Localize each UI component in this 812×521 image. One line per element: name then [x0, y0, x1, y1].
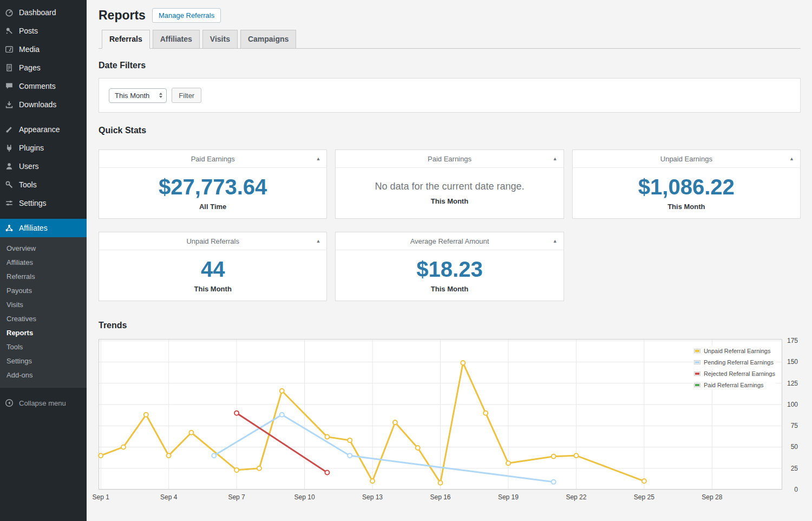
- collapse-panel-icon[interactable]: [553, 239, 558, 244]
- legend-color-swatch-icon: [694, 372, 700, 376]
- main-content: Reports Manage Referrals Referrals Affil…: [87, 0, 812, 521]
- date-filter-panel: This Month Filter: [99, 78, 801, 113]
- sidebar-item-downloads[interactable]: Downloads: [0, 95, 87, 114]
- download-icon: [4, 100, 14, 109]
- menu-separator: [0, 212, 87, 219]
- sliders-icon: [4, 198, 14, 208]
- stat-caption: This Month: [194, 285, 232, 293]
- stat-card-body: $1,086.22 This Month: [573, 168, 800, 218]
- chart-legend: Unpaid Referral EarningsPending Referral…: [693, 346, 776, 390]
- sidebar-item-dashboard[interactable]: Dashboard: [0, 3, 87, 22]
- stat-card-title: Unpaid Earnings: [660, 155, 712, 163]
- sidebar-item-label: Comments: [19, 81, 56, 91]
- sidebar-item-media[interactable]: Media: [0, 40, 87, 58]
- collapse-panel-icon[interactable]: [553, 157, 558, 161]
- legend-color-swatch-icon: [694, 360, 700, 364]
- svg-text:Sep 25: Sep 25: [634, 493, 654, 501]
- svg-text:Sep 4: Sep 4: [160, 493, 178, 501]
- sidebar-item-pages[interactable]: Pages: [0, 58, 87, 77]
- pin-icon: [4, 26, 14, 36]
- submenu-item-reports[interactable]: Reports: [0, 326, 87, 340]
- menu-separator: [0, 114, 87, 120]
- legend-color-swatch-icon: [694, 349, 700, 353]
- affiliates-network-icon: [4, 223, 14, 233]
- legend-item: Rejected Referral Earnings: [694, 369, 775, 377]
- svg-text:Sep 16: Sep 16: [430, 493, 450, 501]
- submenu-item-referrals[interactable]: Referrals: [0, 270, 87, 284]
- svg-text:Sep 7: Sep 7: [228, 493, 245, 501]
- legend-label: Paid Referral Earnings: [704, 382, 764, 388]
- stat-card-body: $27,773.64 All Time: [99, 168, 326, 218]
- tab-affiliates[interactable]: Affiliates: [153, 30, 200, 49]
- sidebar-item-label: Appearance: [19, 125, 60, 134]
- trends-heading: Trends: [99, 321, 801, 330]
- stat-caption: All Time: [199, 203, 226, 211]
- legend-label: Pending Referral Earnings: [704, 359, 774, 366]
- sidebar-item-plugins[interactable]: Plugins: [0, 139, 87, 157]
- stat-card-header: Paid Earnings: [336, 150, 563, 168]
- submenu-item-addons[interactable]: Add-ons: [0, 368, 87, 382]
- collapse-panel-icon[interactable]: [789, 157, 794, 161]
- date-range-select[interactable]: This Month: [109, 88, 167, 103]
- sidebar-item-posts[interactable]: Posts: [0, 22, 87, 40]
- sidebar-item-label: Tools: [19, 180, 37, 190]
- svg-text:150: 150: [787, 358, 798, 366]
- sidebar-item-comments[interactable]: Comments: [0, 77, 87, 95]
- collapse-panel-icon[interactable]: [316, 239, 320, 244]
- stat-value: $18.23: [416, 258, 482, 280]
- stat-card-paid-earnings-all-time: Paid Earnings $27,773.64 All Time: [99, 149, 327, 219]
- brush-icon: [4, 125, 14, 134]
- legend-label: Unpaid Referral Earnings: [704, 348, 771, 354]
- submenu-item-payouts[interactable]: Payouts: [0, 284, 87, 298]
- sidebar-item-settings[interactable]: Settings: [0, 194, 87, 212]
- svg-text:100: 100: [787, 401, 798, 408]
- affiliates-submenu: Overview Affiliates Referrals Payouts Vi…: [0, 237, 87, 388]
- stat-caption: This Month: [431, 197, 468, 205]
- plug-icon: [4, 143, 14, 153]
- sidebar-item-tools[interactable]: Tools: [0, 175, 87, 194]
- submenu-item-settings[interactable]: Settings: [0, 354, 87, 368]
- collapse-arrow-icon: [4, 398, 14, 408]
- collapse-menu-button[interactable]: Collapse menu: [0, 393, 87, 413]
- collapse-menu-label: Collapse menu: [19, 399, 66, 407]
- sidebar-item-users[interactable]: Users: [0, 157, 87, 175]
- legend-item: Pending Referral Earnings: [694, 358, 775, 366]
- svg-text:50: 50: [791, 443, 798, 451]
- sidebar-item-label: Dashboard: [19, 8, 56, 17]
- quick-stats-heading: Quick Stats: [99, 126, 801, 135]
- collapse-panel-icon[interactable]: [316, 157, 320, 161]
- svg-text:125: 125: [787, 380, 798, 387]
- sidebar-item-affiliates[interactable]: Affiliates: [0, 219, 87, 237]
- submenu-item-tools[interactable]: Tools: [0, 340, 87, 354]
- manage-referrals-button[interactable]: Manage Referrals: [152, 8, 221, 23]
- stat-caption: This Month: [431, 285, 468, 293]
- sidebar-item-label: Users: [19, 161, 39, 171]
- legend-label: Rejected Referral Earnings: [704, 370, 775, 377]
- svg-text:Sep 1: Sep 1: [93, 493, 110, 501]
- stat-card-body: $18.23 This Month: [336, 250, 563, 301]
- admin-sidebar: Dashboard Posts Media Pages Comments Dow…: [0, 0, 87, 521]
- submenu-item-visits[interactable]: Visits: [0, 298, 87, 312]
- stat-card-unpaid-referrals: Unpaid Referrals 44 This Month: [99, 232, 327, 301]
- tab-campaigns[interactable]: Campaigns: [240, 30, 296, 49]
- gauge-icon: [4, 8, 14, 17]
- page-title: Reports: [99, 8, 146, 23]
- sidebar-item-label: Posts: [19, 26, 38, 36]
- sidebar-item-appearance[interactable]: Appearance: [0, 120, 87, 139]
- svg-text:Sep 10: Sep 10: [294, 493, 315, 501]
- stat-card-body: 44 This Month: [99, 250, 326, 301]
- sidebar-item-label: Downloads: [19, 100, 56, 109]
- submenu-item-affiliates[interactable]: Affiliates: [0, 256, 87, 270]
- stat-card-title: Paid Earnings: [428, 155, 472, 163]
- tab-visits[interactable]: Visits: [202, 30, 238, 49]
- tab-referrals[interactable]: Referrals: [102, 30, 150, 49]
- svg-text:Sep 28: Sep 28: [702, 493, 722, 501]
- sidebar-item-label: Affiliates: [19, 223, 48, 233]
- filter-button[interactable]: Filter: [172, 88, 201, 103]
- sidebar-item-label: Settings: [19, 198, 47, 208]
- stat-card-paid-earnings-month: Paid Earnings No data for the current da…: [335, 149, 564, 219]
- submenu-item-overview[interactable]: Overview: [0, 242, 87, 256]
- submenu-item-creatives[interactable]: Creatives: [0, 312, 87, 326]
- stat-card-header: Average Referral Amount: [336, 232, 563, 250]
- stat-value: $27,773.64: [159, 176, 267, 198]
